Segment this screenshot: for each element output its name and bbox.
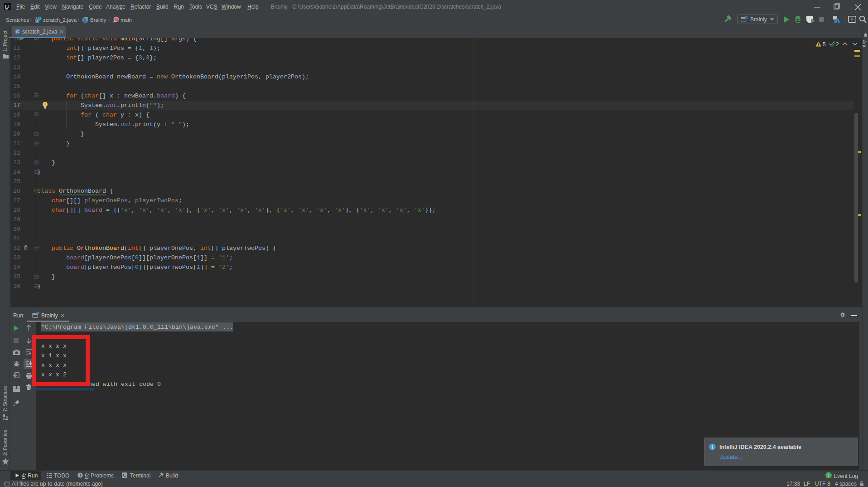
svg-text:I: I [5,4,7,9]
svg-text:1: 1 [828,473,830,478]
svg-text:J: J [36,19,38,23]
svg-text:C: C [16,29,19,34]
svg-text:J: J [7,4,10,9]
